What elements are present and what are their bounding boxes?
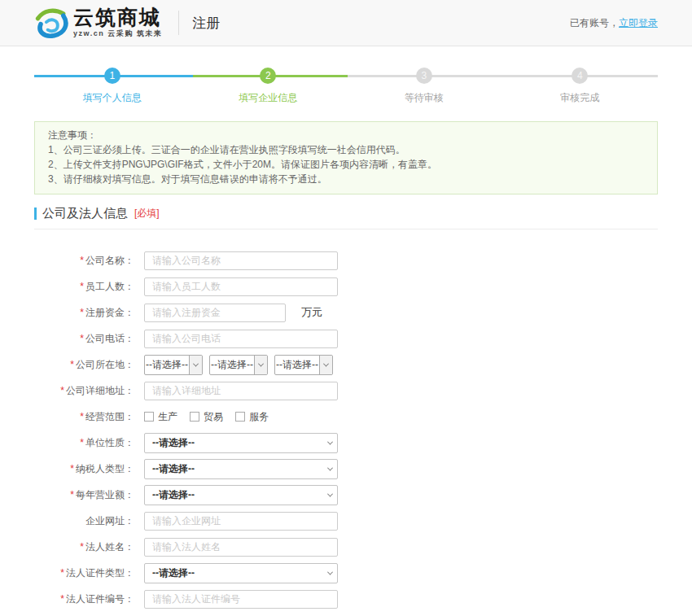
progress-steps: 1 填写个人信息 2 填写企业信息 3 等待审核 4 审核完成 <box>34 68 658 108</box>
logo[interactable]: 云筑商城 yzw.cn 云采购 筑未来 <box>34 7 162 39</box>
step-label-3: 等待审核 <box>367 91 481 105</box>
section-title-bar <box>34 208 37 220</box>
field-label: *法人证件类型： <box>34 566 134 580</box>
field-label: *单位性质： <box>34 436 134 450</box>
chevron-down-icon <box>322 493 337 497</box>
logo-text: 云筑商城 yzw.cn 云采购 筑未来 <box>73 7 162 39</box>
step-label-1: 填写个人信息 <box>55 91 169 105</box>
login-link[interactable]: 立即登录 <box>619 17 658 28</box>
legal-id-number-input[interactable] <box>144 590 338 609</box>
required-tag: [必填] <box>134 207 160 221</box>
company-address-input[interactable] <box>144 382 338 400</box>
logo-title: 云筑商城 <box>73 7 162 27</box>
checkbox-icon <box>235 412 245 422</box>
field-label: *公司名称： <box>34 254 134 268</box>
chevron-down-icon <box>189 356 202 374</box>
field-row-employee-count: *员工人数： <box>34 277 692 296</box>
chevron-down-icon <box>319 356 332 374</box>
legal-name-input[interactable] <box>144 538 338 557</box>
header: 云筑商城 yzw.cn 云采购 筑未来 注册 已有账号，立即登录 <box>0 0 692 46</box>
field-row-company-website: 企业网址： <box>34 511 692 531</box>
required-star: * <box>80 437 84 448</box>
taxpayer-type-select[interactable]: --请选择-- <box>144 459 338 479</box>
notice-title: 注意事项： <box>48 128 644 142</box>
required-star: * <box>60 385 64 396</box>
chevron-down-icon <box>322 441 337 445</box>
step-circle-2: 2 <box>260 68 276 84</box>
step-label-4: 审核完成 <box>523 91 637 105</box>
unit-nature-select[interactable]: --请选择-- <box>144 433 338 453</box>
field-row-company-name: *公司名称： <box>34 251 692 270</box>
step-personal-info: 1 填写个人信息 <box>55 68 169 105</box>
field-label: *注册资金： <box>34 306 134 320</box>
page-title: 注册 <box>192 14 220 33</box>
employee-count-input[interactable] <box>144 277 338 296</box>
section-header: 公司及法人信息 [必填] <box>34 206 658 221</box>
scope-production-checkbox[interactable]: 生产 <box>144 410 177 424</box>
field-label: *纳税人类型： <box>34 462 134 476</box>
company-website-input[interactable] <box>144 512 338 531</box>
required-star: * <box>70 463 74 474</box>
capital-unit-label: 万元 <box>301 305 322 320</box>
logo-subtitle: yzw.cn 云采购 筑未来 <box>73 28 162 39</box>
step-circle-4: 4 <box>572 68 588 84</box>
field-row-legal-id-type: *法人证件类型： --请选择-- <box>34 563 692 583</box>
field-row-annual-revenue: *每年营业额： --请选择-- <box>34 485 692 505</box>
required-star: * <box>80 411 84 422</box>
required-star: * <box>60 593 64 605</box>
required-star: * <box>80 307 84 318</box>
field-row-unit-nature: *单位性质： --请选择-- <box>34 433 692 452</box>
province-select[interactable]: --请选择-- <box>144 355 203 375</box>
chevron-down-icon <box>254 356 267 374</box>
field-row-registered-capital: *注册资金： 万元 <box>34 303 692 322</box>
annual-revenue-select[interactable]: --请选择-- <box>144 485 338 505</box>
login-hint: 已有账号， <box>570 17 619 28</box>
step-label-2: 填写企业信息 <box>211 91 325 105</box>
field-row-company-region: *公司所在地： --请选择-- --请选择-- --请选择-- <box>34 355 692 374</box>
registered-capital-input[interactable] <box>144 304 286 322</box>
step-circle-1: 1 <box>104 68 120 84</box>
step-circle-3: 3 <box>416 68 432 84</box>
scope-trade-checkbox[interactable]: 贸易 <box>190 410 223 424</box>
notice-item: 2、上传文件支持PNG\JPG\GIF格式，文件小于20M。请保证图片各项内容清… <box>48 157 644 172</box>
header-divider <box>178 11 179 35</box>
field-row-taxpayer-type: *纳税人类型： --请选择-- <box>34 459 692 478</box>
field-label: *公司所在地： <box>34 358 134 372</box>
checkbox-icon <box>144 412 154 422</box>
required-star: * <box>70 359 74 370</box>
company-form: *公司名称： *员工人数： *注册资金： 万元 *公司电话： *公司所在地： -… <box>0 251 692 616</box>
required-star: * <box>80 281 84 292</box>
required-star: * <box>70 489 74 500</box>
city-select[interactable]: --请选择-- <box>209 355 268 375</box>
step-company-info: 2 填写企业信息 <box>211 68 325 105</box>
cloud-logo-icon <box>34 7 68 39</box>
scope-service-checkbox[interactable]: 服务 <box>235 410 269 424</box>
field-row-company-address: *公司详细地址： <box>34 381 692 400</box>
required-star: * <box>80 541 84 553</box>
required-star: * <box>60 567 64 579</box>
section-divider <box>34 229 658 229</box>
step-review-done: 4 审核完成 <box>523 68 637 105</box>
company-phone-input[interactable] <box>144 330 338 348</box>
field-label: *法人姓名： <box>34 540 134 554</box>
field-row-company-phone: *公司电话： <box>34 329 692 348</box>
field-row-legal-name: *法人姓名： <box>34 537 692 557</box>
checkbox-icon <box>190 412 199 422</box>
notice-item: 1、公司三证必须上传。三证合一的企业请在营业执照字段填写统一社会信用代码。 <box>48 142 644 157</box>
field-label: *员工人数： <box>34 280 134 294</box>
required-star: * <box>80 333 84 344</box>
field-label: *法人证件编号： <box>34 592 134 606</box>
field-row-legal-id-number: *法人证件编号： <box>34 589 692 609</box>
field-label: *公司详细地址： <box>34 384 134 398</box>
field-label: *每年营业额： <box>34 488 134 502</box>
field-label: *公司电话： <box>34 332 134 346</box>
legal-id-type-select[interactable]: --请选择-- <box>144 563 338 583</box>
notice-box: 注意事项： 1、公司三证必须上传。三证合一的企业请在营业执照字段填写统一社会信用… <box>34 121 658 194</box>
district-select[interactable]: --请选择-- <box>274 355 333 375</box>
field-label: 企业网址： <box>34 514 134 528</box>
company-name-input[interactable] <box>144 251 338 270</box>
chevron-down-icon <box>322 467 337 471</box>
step-await-review: 3 等待审核 <box>367 68 481 105</box>
field-label: *经营范围： <box>34 410 134 424</box>
chevron-down-icon <box>322 571 337 575</box>
